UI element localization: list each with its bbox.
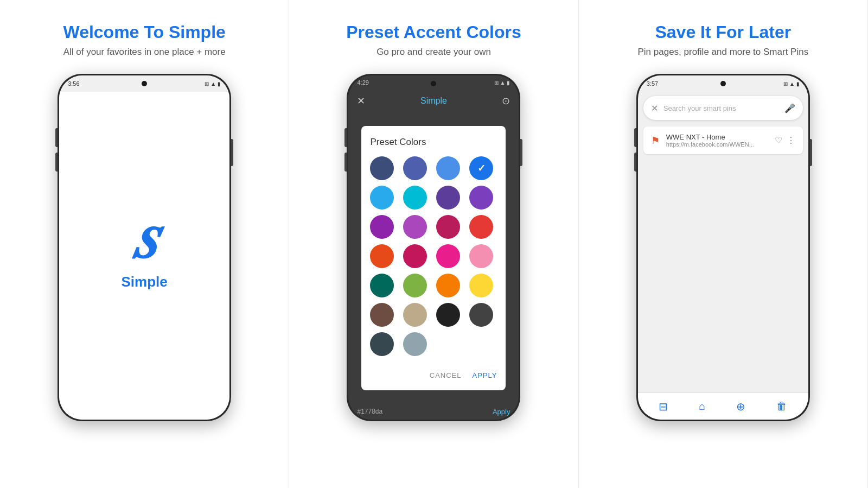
preset-colors-subtitle: Go pro and create your own: [376, 47, 491, 58]
wifi-icon-2: ▲: [500, 80, 506, 86]
color-swatch-10[interactable]: [403, 215, 427, 239]
delete-icon[interactable]: 🗑: [776, 400, 787, 413]
color-swatch-23[interactable]: [436, 303, 460, 327]
color-swatch-3[interactable]: [436, 156, 460, 180]
cancel-button[interactable]: CANCEL: [430, 371, 462, 379]
color-swatch-13[interactable]: [370, 244, 394, 268]
color-swatch-22[interactable]: [403, 303, 427, 327]
empty-content: [638, 156, 808, 392]
battery-icon: ▮: [218, 81, 221, 87]
vol-up-button: [55, 128, 58, 147]
color-swatch-25[interactable]: [370, 332, 394, 356]
color-swatch-9[interactable]: [370, 215, 394, 239]
status-icons-3: ⊞ ▲ ▮: [783, 81, 800, 87]
signal-icon-2: ⊞: [494, 80, 499, 86]
pin-actions: ♡ ⋮: [775, 135, 795, 145]
color-swatch-16[interactable]: [469, 244, 493, 268]
phone-screen-3: 3:57 ⊞ ▲ ▮ ✕ Search your smart pins 🎤 ⚑ …: [638, 75, 808, 420]
battery-icon-3: ▮: [796, 81, 800, 87]
app-toolbar: ✕ Simple ⊙: [348, 90, 519, 113]
phone-time-2: 4:29: [357, 79, 368, 86]
vol-down-button: [55, 153, 58, 172]
status-bar-2: 4:29 ⊞ ▲ ▮: [348, 75, 519, 90]
color-swatch-8[interactable]: [469, 186, 493, 210]
phone-frame-2: 4:29 ⊞ ▲ ▮ ✕ Simple ⊙ Preset Colors: [347, 74, 520, 421]
close-icon-3[interactable]: ✕: [651, 103, 658, 113]
save-later-subtitle: Pin pages, profile and more to Smart Pin…: [637, 47, 808, 58]
phone-screen-1: 3:56 ⊞ ▲ ▮ 𝑺 Simple: [59, 75, 229, 420]
phone-frame-3: 3:57 ⊞ ▲ ▮ ✕ Search your smart pins 🎤 ⚑ …: [636, 74, 810, 421]
status-icons-2: ⊞ ▲ ▮: [494, 80, 510, 86]
vol-down-button-3: [634, 153, 636, 172]
phone-frame-1: 3:56 ⊞ ▲ ▮ 𝑺 Simple: [58, 74, 231, 421]
color-swatch-4[interactable]: [469, 156, 493, 180]
color-swatch-1[interactable]: [370, 156, 394, 180]
color-swatch-2[interactable]: [403, 156, 427, 180]
color-swatch-26[interactable]: [403, 332, 427, 356]
dialog-actions: CANCEL APPLY: [370, 367, 497, 379]
welcome-title: Welcome To Simple: [63, 22, 226, 42]
bookmarks-icon[interactable]: ⊟: [659, 400, 668, 413]
color-swatch-15[interactable]: [436, 244, 460, 268]
color-swatch-17[interactable]: [370, 274, 394, 297]
search-placeholder: Search your smart pins: [663, 104, 779, 112]
phone-time-3: 3:57: [647, 80, 658, 87]
welcome-subtitle: All of your favorites in one place + mor…: [63, 47, 226, 58]
power-button: [231, 139, 233, 166]
color-swatch-11[interactable]: [436, 215, 460, 239]
close-icon[interactable]: ✕: [357, 95, 365, 107]
smart-pins-search[interactable]: ✕ Search your smart pins 🎤: [643, 96, 803, 120]
color-swatch-19[interactable]: [436, 274, 460, 297]
color-swatch-24[interactable]: [469, 303, 493, 327]
vol-up-button-3: [634, 128, 636, 147]
vol-down-button-2: [344, 153, 347, 172]
signal-icon-3: ⊞: [783, 81, 788, 87]
add-pin-icon[interactable]: ⊕: [736, 400, 745, 413]
more-icon[interactable]: ⋮: [787, 135, 795, 145]
color-swatch-7[interactable]: [436, 186, 460, 210]
front-camera-1: [142, 81, 147, 86]
color-swatch-5[interactable]: [370, 186, 394, 210]
color-swatch-21[interactable]: [370, 303, 394, 327]
mic-icon[interactable]: 🎤: [784, 103, 795, 113]
phone-screen-2: 4:29 ⊞ ▲ ▮ ✕ Simple ⊙ Preset Colors: [348, 75, 519, 420]
dialog-title: Preset Colors: [370, 137, 497, 148]
bottom-apply-label[interactable]: Apply: [493, 408, 510, 416]
save-later-title: Save It For Later: [655, 22, 791, 42]
settings-icon[interactable]: ⊙: [502, 95, 510, 107]
color-swatch-12[interactable]: [469, 215, 493, 239]
bottom-nav: ⊟ ⌂ ⊕ 🗑: [638, 392, 808, 420]
app-name-label: Simple: [122, 274, 168, 290]
home-icon[interactable]: ⌂: [699, 400, 705, 413]
welcome-panel: Welcome To Simple All of your favorites …: [0, 0, 289, 488]
color-hex-label: #1778da: [357, 408, 382, 415]
color-swatch-20[interactable]: [469, 274, 493, 297]
app-logo: 𝑺: [132, 221, 156, 265]
apply-button[interactable]: APPLY: [473, 371, 497, 379]
welcome-screen-content: 𝑺 Simple: [59, 92, 229, 420]
preset-colors-title: Preset Accent Colors: [346, 22, 521, 42]
pin-flag-icon: ⚑: [651, 135, 660, 147]
pin-url: https://m.facebook.com/WWEN...: [666, 141, 768, 148]
preset-colors-panel: Preset Accent Colors Go pro and create y…: [289, 0, 578, 488]
heart-icon[interactable]: ♡: [775, 135, 782, 145]
toolbar-title: Simple: [420, 96, 447, 106]
front-camera-3: [720, 81, 726, 86]
battery-icon-2: ▮: [507, 80, 510, 86]
status-bar-1: 3:56 ⊞ ▲ ▮: [59, 75, 229, 92]
status-bar-3: 3:57 ⊞ ▲ ▮: [638, 75, 808, 92]
signal-icon: ⊞: [205, 81, 209, 87]
pin-title: WWE NXT - Home: [666, 133, 768, 141]
color-swatch-6[interactable]: [403, 186, 427, 210]
color-swatch-14[interactable]: [403, 244, 427, 268]
wifi-icon-3: ▲: [789, 81, 795, 87]
status-icons-1: ⊞ ▲ ▮: [205, 81, 221, 87]
power-button-2: [520, 139, 522, 166]
front-camera-2: [431, 81, 436, 86]
color-swatch-18[interactable]: [403, 274, 427, 297]
pin-item: ⚑ WWE NXT - Home https://m.facebook.com/…: [643, 126, 803, 154]
save-later-panel: Save It For Later Pin pages, profile and…: [579, 0, 868, 488]
pin-info: WWE NXT - Home https://m.facebook.com/WW…: [666, 133, 768, 148]
color-grid: [370, 156, 497, 356]
colors-dialog: Preset Colors: [361, 126, 506, 390]
